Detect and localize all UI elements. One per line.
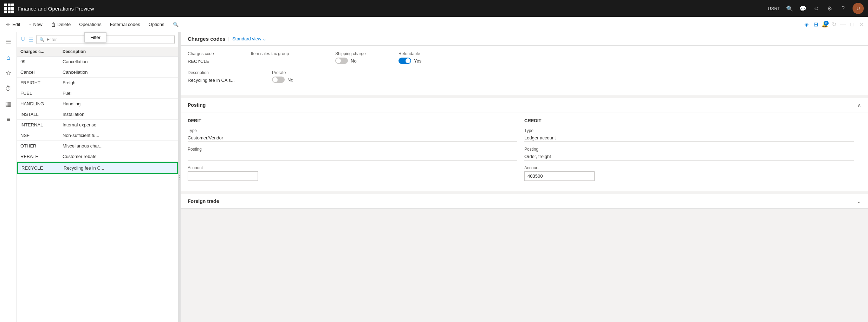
filter-icon[interactable]: ⛉ [20,37,26,43]
credit-column: CREDIT Type Ledger account Posting Order… [524,118,861,186]
split-icon[interactable]: ⊟ [812,21,820,28]
nav-modules[interactable]: ≡ [1,112,15,126]
posting-chevron-icon: ∧ [857,102,861,108]
charges-code-value[interactable]: RECYCLE [188,58,237,65]
detail-title: Charges codes [188,36,226,42]
shipping-charge-toggle-group: No [335,58,384,64]
credit-account-field: Account [524,165,854,181]
credit-type-label: Type [524,128,854,133]
app-grid-button[interactable] [4,4,14,13]
credit-type-value[interactable]: Ledger account [524,134,854,142]
minimize-icon[interactable]: — [839,21,847,28]
debit-posting-value[interactable] [188,153,517,160]
new-button[interactable]: + New [25,20,46,29]
list-row[interactable]: OTHERMiscellanous char... [17,141,178,151]
posting-columns: DEBIT Type Customer/Vendor Posting Accou… [181,112,868,191]
refundable-toggle[interactable] [399,58,411,64]
row-code: HANDLING [20,101,63,106]
debit-type-value[interactable]: Customer/Vendor [188,134,517,142]
row-code: OTHER [20,143,63,149]
row-desc: Cancellation [63,70,175,75]
charges-code-field: Charges code RECYCLE [188,51,237,65]
nav-hamburger[interactable]: ☰ [1,35,15,49]
nav-favorites[interactable]: ☆ [1,66,15,80]
form-row-2: Description Recycling fee in CA s... Pro… [188,70,861,84]
debit-label: DEBIT [188,118,517,123]
list-rows-container: 99CancellationCancelCancellationFREIGHTF… [17,57,178,174]
external-codes-button[interactable]: External codes [106,20,144,29]
detail-header: Charges codes | Standard view ⌄ [181,32,868,46]
list-row[interactable]: FUELFuel [17,88,178,99]
row-code: NSF [20,133,63,138]
credit-posting-value[interactable]: Order, freight [524,153,854,160]
row-code: 99 [20,59,63,64]
row-code: INTERNAL [20,122,63,127]
view-selector[interactable]: Standard view ⌄ [232,36,266,41]
list-row[interactable]: REBATECustomer rebate [17,151,178,162]
shipping-charge-label: Shipping charge [335,51,384,56]
refundable-value: Yes [414,58,421,64]
prorate-value: No [287,77,293,83]
row-desc: Customer rebate [63,154,175,159]
item-sales-tax-label: Item sales tax group [251,51,321,56]
refundable-toggle-group: Yes [399,58,448,64]
edit-button[interactable]: ✏ Edit [3,20,24,29]
debit-account-input[interactable] [188,171,258,181]
list-row[interactable]: RECYCLERecycling fee in C... [17,162,178,174]
delete-icon: 🗑 [51,22,56,27]
item-sales-tax-value[interactable] [251,58,321,65]
help-icon[interactable]: ? [839,5,847,12]
chat-icon[interactable]: 💬 [799,5,807,12]
list-row[interactable]: 99Cancellation [17,57,178,67]
debit-posting-label: Posting [188,147,517,152]
command-bar: ✏ Edit + New 🗑 Delete Operations Externa… [0,17,868,32]
notification-area: 🔔 0 [821,21,829,28]
row-code: INSTALL [20,112,63,117]
debit-account-label: Account [188,165,517,170]
list-row[interactable]: INSTALLInstallation [17,109,178,120]
list-row[interactable]: NSFNon-sufficient fu... [17,130,178,141]
prorate-toggle[interactable] [272,77,285,83]
row-desc: Freight [63,80,175,85]
list-row[interactable]: HANDLINGHandling [17,99,178,109]
row-desc: Internal expense [63,122,175,127]
credit-type-field: Type Ledger account [524,128,854,142]
title-bar: Finance and Operations Preview USRT 🔍 💬 … [0,0,868,17]
row-desc: Installation [63,112,175,117]
maximize-icon[interactable]: □ [848,21,856,28]
avatar[interactable]: U [853,3,864,14]
credit-posting-field: Posting Order, freight [524,147,854,160]
debit-account-field: Account [188,165,517,181]
operations-button[interactable]: Operations [76,20,105,29]
close-icon[interactable]: ✕ [857,21,865,28]
list-row[interactable]: CancelCancellation [17,67,178,78]
settings-icon[interactable]: ⚙ [826,5,834,12]
nav-workspaces[interactable]: ▦ [1,97,15,111]
credit-account-input[interactable] [524,171,595,181]
nav-home[interactable]: ⌂ [1,51,15,65]
row-code: REBATE [20,154,63,159]
list-row[interactable]: FREIGHTFreight [17,78,178,88]
foreign-trade-chevron-icon: ⌄ [857,198,861,204]
search-input[interactable] [47,37,171,42]
debit-type-field: Type Customer/Vendor [188,128,517,142]
delete-button[interactable]: 🗑 Delete [47,20,75,29]
shipping-charge-toggle[interactable] [335,58,348,64]
refresh-icon[interactable]: ↻ [830,21,838,28]
filter-bar-icon[interactable]: ☰ [29,37,33,42]
bookmark-icon[interactable]: ◈ [803,21,810,28]
options-button[interactable]: Options [145,20,168,29]
nav-recent[interactable]: ⏱ [1,81,15,96]
emoji-icon[interactable]: ☺ [812,5,820,12]
search-box-icon: 🔍 [39,37,45,42]
search-icon[interactable]: 🔍 [786,5,793,12]
user-label: USRT [768,6,780,11]
search-command-icon[interactable]: 🔍 [169,20,182,29]
credit-label: CREDIT [524,118,854,123]
row-code: FUEL [20,91,63,96]
foreign-trade-header[interactable]: Foreign trade ⌄ [181,194,868,209]
list-row[interactable]: INTERNALInternal expense [17,120,178,130]
description-value[interactable]: Recycling fee in CA s... [188,77,258,84]
foreign-trade-section: Foreign trade ⌄ [181,194,868,209]
posting-section-header[interactable]: Posting ∧ [181,98,868,112]
